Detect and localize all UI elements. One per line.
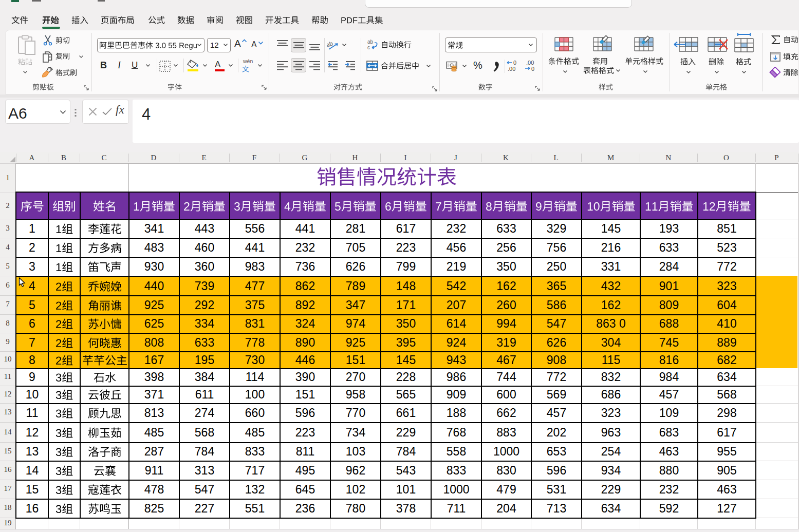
svg-text:ab: ab xyxy=(367,39,374,45)
svg-text:c: c xyxy=(367,45,370,50)
svg-text:0: 0 xyxy=(513,60,516,66)
svg-text:.00: .00 xyxy=(508,66,515,71)
svg-text:0: 0 xyxy=(531,66,534,71)
svg-text:ab: ab xyxy=(327,40,334,49)
svg-text:.00: .00 xyxy=(526,60,534,66)
